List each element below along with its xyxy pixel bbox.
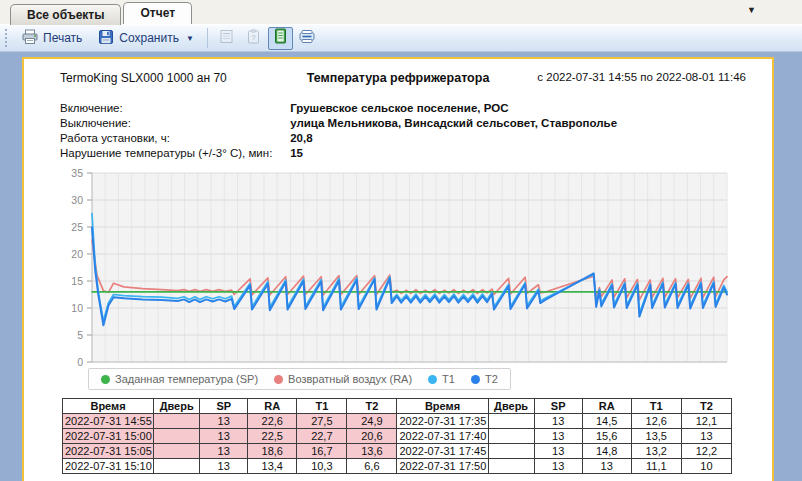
- legend-label: T2: [485, 373, 498, 385]
- report-device-name: TermoKing SLX000 1000 ан 70: [60, 71, 227, 85]
- info-label: Работа установки, ч:: [60, 131, 287, 146]
- table-header-cell: Время: [397, 399, 488, 414]
- readings-table: ВремяДверьSPRAT1T2ВремяДверьSPRAT1T2 202…: [62, 398, 732, 474]
- help-button[interactable]: ?: [241, 27, 266, 50]
- table-row[interactable]: 2022-07-31 15:001322,522,720,62022-07-31…: [63, 429, 732, 444]
- table-row[interactable]: 2022-07-31 15:051318,616,713,62022-07-31…: [63, 444, 732, 459]
- table-cell: 2022-07-31 17:45: [397, 444, 488, 459]
- table-cell: 22,7: [297, 429, 347, 444]
- y-axis-tick-label: 35: [71, 167, 83, 179]
- legend-dot-icon: [101, 375, 110, 384]
- legend-item[interactable]: Возвратный воздух (RA): [274, 373, 412, 385]
- toolbar-separator: [207, 28, 208, 48]
- table-cell: 13: [200, 429, 248, 444]
- report-header: Температура рефрижератора TermoKing SLX0…: [24, 71, 772, 87]
- table-header-cell: SP: [200, 399, 248, 414]
- table-cell: 20,6: [347, 429, 397, 444]
- table-cell: [488, 459, 534, 474]
- y-axis-tick-label: 15: [71, 275, 83, 287]
- table-cell: 13: [681, 429, 731, 444]
- info-value: 20,8: [290, 132, 312, 144]
- legend-dot-icon: [274, 375, 283, 384]
- table-cell: 24,9: [347, 414, 397, 429]
- table-cell: 13: [582, 459, 631, 474]
- table-cell: 22,5: [248, 429, 297, 444]
- table-header-row: ВремяДверьSPRAT1T2ВремяДверьSPRAT1T2: [63, 399, 732, 414]
- tab-all-objects[interactable]: Все объекты: [10, 4, 121, 25]
- tab-overflow-arrow-icon[interactable]: ▼: [747, 5, 756, 15]
- report-info-block: Включение: Грушевское сельское поселение…: [60, 101, 617, 161]
- printer-icon: [22, 29, 38, 48]
- table-header-cell: RA: [248, 399, 297, 414]
- legend-label: Возвратный воздух (RA): [288, 373, 412, 385]
- table-cell: 12,1: [681, 414, 731, 429]
- legend-label: Заданная температура (SP): [115, 373, 258, 385]
- view-landscape-button[interactable]: [295, 27, 320, 50]
- report-page: Температура рефрижератора TermoKing SLX0…: [22, 57, 774, 481]
- table-cell: 18,6: [248, 444, 297, 459]
- legend-item[interactable]: T2: [471, 373, 498, 385]
- table-header-cell: T1: [631, 399, 681, 414]
- chart-legend: Заданная температура (SP)Возвратный возд…: [88, 368, 511, 390]
- save-button-label: Сохранить: [119, 31, 179, 45]
- table-cell: [488, 414, 534, 429]
- blue-pages-icon: [298, 29, 316, 48]
- save-button[interactable]: Сохранить ▼: [91, 26, 201, 51]
- save-dropdown-caret-icon[interactable]: ▼: [186, 34, 194, 43]
- tab-report[interactable]: Отчет: [123, 2, 192, 24]
- table-row[interactable]: 2022-07-31 15:101313,410,36,62022-07-31 …: [63, 459, 732, 474]
- legend-label: T1: [442, 373, 455, 385]
- table-cell: 13,4: [248, 459, 297, 474]
- y-axis-tick-label: 10: [71, 302, 83, 314]
- table-cell: 16,7: [297, 444, 347, 459]
- y-axis-tick-label: 5: [77, 329, 83, 341]
- svg-text:?: ?: [251, 33, 256, 42]
- tab-strip: Все объекты Отчет ▼: [0, 0, 802, 24]
- table-header-cell: RA: [582, 399, 631, 414]
- table-cell: 12,2: [681, 444, 731, 459]
- table-cell: [154, 444, 200, 459]
- table-cell: 2022-07-31 17:40: [397, 429, 488, 444]
- table-cell: 13: [534, 444, 582, 459]
- table-cell: 6,6: [347, 459, 397, 474]
- table-header-cell: T2: [681, 399, 731, 414]
- table-cell: [488, 429, 534, 444]
- table-cell: 13,6: [347, 444, 397, 459]
- table-cell: 10,3: [297, 459, 347, 474]
- table-cell: 13: [200, 414, 248, 429]
- legend-item[interactable]: Заданная температура (SP): [101, 373, 258, 385]
- table-header-cell: T1: [297, 399, 347, 414]
- y-axis-tick-label: 25: [71, 221, 83, 233]
- table-header-cell: Время: [63, 399, 154, 414]
- info-value: 15: [290, 147, 303, 159]
- report-settings-button[interactable]: [214, 27, 239, 50]
- table-cell: 13: [534, 459, 582, 474]
- table-cell: 13,2: [631, 444, 681, 459]
- table-cell: 2022-07-31 17:50: [397, 459, 488, 474]
- table-cell: 11,1: [631, 459, 681, 474]
- table-cell: [154, 414, 200, 429]
- table-cell: [488, 444, 534, 459]
- print-button-label: Печать: [43, 31, 82, 45]
- table-cell: [154, 459, 200, 474]
- toolbar-grip[interactable]: [5, 29, 9, 47]
- table-cell: 13: [534, 414, 582, 429]
- legend-dot-icon: [428, 375, 437, 384]
- table-cell: 13: [200, 459, 248, 474]
- info-row-violation: Нарушение температуры (+/-3° C), мин: 15: [60, 146, 617, 161]
- legend-item[interactable]: T1: [428, 373, 455, 385]
- view-portrait-button[interactable]: [268, 27, 293, 50]
- report-viewer: Температура рефрижератора TermoKing SLX0…: [0, 52, 802, 481]
- table-cell: 14,5: [582, 414, 631, 429]
- report-page-icon: [219, 29, 234, 48]
- table-header-cell: T2: [347, 399, 397, 414]
- table-row[interactable]: 2022-07-31 14:551322,627,524,92022-07-31…: [63, 414, 732, 429]
- temperature-chart: 05101520253035: [24, 167, 764, 373]
- table-header-cell: Дверь: [154, 399, 200, 414]
- green-document-icon: [273, 28, 288, 48]
- print-button[interactable]: Печать: [15, 26, 89, 51]
- table-cell: 2022-07-31 17:35: [397, 414, 488, 429]
- y-axis-tick-label: 0: [77, 356, 83, 368]
- toolbar: Печать Сохранить ▼: [0, 24, 802, 52]
- table-cell: 22,6: [248, 414, 297, 429]
